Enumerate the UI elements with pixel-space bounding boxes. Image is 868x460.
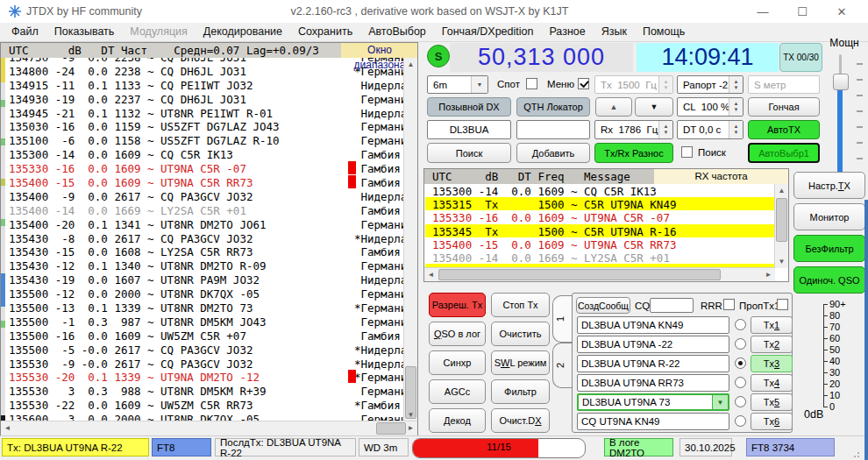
clear-button[interactable]: Очистить [491,322,550,346]
decode-row[interactable]: 135400 -9 0.0 2617 ~ CQ PA3GCV JO32 Ниде… [1,189,404,203]
decode-row[interactable]: 134945 -21 0.1 1132 ~ UT8NR PE1IWT R-01 … [1,106,404,120]
rrr-checkbox[interactable] [723,299,735,310]
decode-row[interactable]: 135400 -14 0.0 1669 ~ LY2SA C5R +01 Гамб… [1,203,404,217]
decode-row[interactable]: 135500 -1 0.3 987 ~ UT8NR DM5KM JO43 Гер… [1,315,404,329]
band-activity-vscrollbar[interactable]: ▲ ▼ [403,58,417,421]
tx-button[interactable]: Tx 4 [751,374,793,392]
tx-select-radio[interactable] [735,396,746,407]
decode-row[interactable]: 135330 -16 0.0 1609 ~ UT9NA C5R -07 Гамб… [1,161,404,175]
menu-item[interactable]: Показывать [46,23,123,41]
tx-select-radio[interactable] [735,377,746,388]
menu-item[interactable]: Сохранить [290,23,360,41]
scroll-up-icon[interactable]: ▲ [775,184,788,197]
decode-row[interactable]: 135500 -16 0.0 1609 ~ UW5ZM C5R +07 Гамб… [1,329,404,343]
tab-tx-messages-2[interactable]: 2 [552,343,573,388]
clear-dx-button[interactable]: Очист.DX [491,408,550,433]
decode-row[interactable]: 135430 -8 0.0 2617 ~ CQ PA3GCV JO32*Ниде… [1,231,404,245]
menu-item[interactable]: АвтоВыбор [360,23,434,41]
scroll-left-icon[interactable]: ◄ [1,421,14,435]
rx-decode-row[interactable]: 135315 Tx 1500 ~ C5R UT9NA KN49 [425,197,775,210]
hound-button[interactable]: Гончая [748,97,820,117]
rx-offset-spinner[interactable]: Rx 1786 Гц▲▼ [594,120,673,139]
auto-select-button[interactable]: АвтоВыбр1 [748,143,820,163]
tx-button[interactable]: Tx 6 [751,413,793,430]
rx-decode-row[interactable]: 135400 -14 0.0 1669 ~ LY2SA C5R +01 [425,251,775,264]
chevron-down-icon[interactable]: ▼ [471,76,487,93]
decode-row[interactable]: 135530 -22 0.0 1609 ~ UW5ZM C5R RR73*Гам… [1,398,404,412]
decode-button[interactable]: Декод [429,408,486,433]
single-qso-button[interactable]: Одиноч. QSO [793,266,865,294]
band-window-label[interactable]: Окно диапазона [341,43,418,58]
decode-row[interactable]: 135030 -16 0.0 1159 ~ US5ZFT DG7LAZ JO43… [1,119,404,133]
menu-item[interactable]: Язык [594,23,635,41]
scroll-thumb[interactable] [376,422,406,435]
tx-message-field[interactable]: DL3BUA UT9NA R-22 [577,355,729,372]
decode-row[interactable]: 135430 -15 0.0 1608 ~ LY2SA C5R RR73 Гам… [1,244,404,258]
rx-decode-row[interactable]: 135400 -15 0.0 1609 ~ UT9NA C5R RR73 [425,237,775,251]
no-filter-button[interactable]: БезФильтр [793,235,865,262]
report-spinner[interactable]: Рапорт -22▲▼ [677,75,743,94]
search-button[interactable]: Поиск [427,143,511,163]
rx-hscrollbar[interactable]: ◄ ► [424,267,775,281]
tx-select-radio[interactable] [735,338,746,350]
resize-grip[interactable] [850,449,859,457]
tx-button[interactable]: Tx 5 [751,393,793,411]
decode-row[interactable]: 135400 -20 0.1 1341 ~ UT8NR DM2TO JO61 Г… [1,217,404,231]
decode-row[interactable]: 135430 -19 0.0 1607 ~ UT8NR PA9M JO32 Ни… [1,272,404,287]
decode-row[interactable]: 135500 -13 0.1 1339 ~ UT8NR DM2TO 73*Гер… [1,301,404,315]
search-checkbox[interactable] [681,146,693,158]
menu-item[interactable]: Гончая/DXpedition [434,23,542,41]
tx-select-radio[interactable] [735,357,746,369]
close-icon[interactable]: ✕ [825,0,858,23]
enable-tx-button[interactable]: Разреш. Tx [429,293,486,317]
tx-message-field[interactable]: DL3BUA UT9NA KN49 [577,316,729,334]
tx-button[interactable]: Tx 1 [751,316,793,334]
stop-tx-button[interactable]: Стоп Tx [491,293,550,317]
decode-row[interactable]: 134800 -24 0.0 2238 ~ CQ DH6JL JO31*Герм… [1,64,404,78]
tx-button[interactable]: Tx 2 [751,336,793,353]
menu-item[interactable]: Помощь [635,23,693,41]
decode-row[interactable]: 135530 -20 0.1 1339 ~ UT9NA DM2TO -12*Ге… [1,370,404,384]
decode-row[interactable]: 134930 -19 0.0 2237 ~ CQ DH6JL JO31 Герм… [1,92,404,106]
cq-input[interactable] [650,298,694,313]
tune-tx-button[interactable]: Настр. TX [793,172,865,199]
rx-decode-row[interactable]: 135300 -14 0.0 1609 ~ CQ C5R IK13 [425,184,775,197]
s-status-button[interactable]: S [427,45,450,67]
spot-checkbox[interactable] [526,78,537,89]
scroll-thumb[interactable] [776,198,787,242]
chevron-down-icon[interactable]: ▼ [712,395,728,409]
decode-row[interactable]: 135500 -12 0.0 2000 ~ UT8NR DK7QX -05 Ге… [1,287,404,301]
log-qso-button[interactable]: QSO в лог [429,322,486,346]
rx-decode-row[interactable]: 135345 Tx 1500 ~ C5R UT9NA R-16 [425,224,775,237]
decode-row[interactable]: 135530 3 0.3 988 ~ UT8NR DM5KM R+39 Герм… [1,384,404,398]
scroll-down-icon[interactable]: ▼ [404,408,417,421]
tx-select-radio[interactable] [735,415,746,427]
add-button[interactable]: Добавить [516,143,590,163]
generate-messages-button[interactable]: СоздСообщ [576,297,630,314]
minimize-icon[interactable]: — [746,0,779,23]
decode-row[interactable]: 135100 -6 0.0 1158 ~ US5ZFT DG7LAZ R-10 … [1,133,404,147]
rx-vscrollbar[interactable]: ▲ ▼ [774,184,788,268]
decode-row[interactable]: 135500 -5 -0.0 2617 ~ CQ PA3GCV JO32*Нид… [1,343,404,357]
tx-message-field[interactable]: DL3BUA UT9NA -22 [577,336,729,353]
freq-down-button[interactable]: ▼ [635,97,673,117]
freq-up-button[interactable]: ▲ [595,97,632,117]
decode-row[interactable]: 135400 -15 0.0 1609 ~ UT9NA C5R RR73 Гам… [1,175,404,189]
swl-mode-button[interactable]: SWL режим [491,350,550,375]
tx-message-field[interactable]: DL3BUA UT9NA RR73 [577,374,729,392]
qth-locator-input[interactable] [516,120,590,139]
filter-button[interactable]: Фильтр [491,379,550,404]
auto-tx-button[interactable]: АвтоTX [748,120,820,139]
tx-message-field[interactable]: CQ UT9NA KN49 [577,413,729,430]
menu-item[interactable]: Декодирование [196,23,290,41]
decode-row[interactable]: 135300 -14 0.0 1609 ~ CQ C5R IK13 Гамбия [1,147,404,161]
power-slider-handle[interactable] [833,74,849,90]
agc-button[interactable]: AGCc [429,379,486,404]
cl-spinner[interactable]: CL 100 %▲▼ [677,97,743,117]
rx-decode-row[interactable]: 135330 -16 0.0 1609 ~ UT9NA C5R -07 [425,210,775,223]
dt-spinner[interactable]: DT 0,0 с▲▼ [677,120,743,139]
menu-item[interactable]: Файл [4,23,46,41]
scroll-thumb[interactable] [438,269,721,280]
menu-item[interactable]: Разное [541,23,593,41]
decode-row[interactable]: 134915 -11 0.1 1133 ~ CQ PE1IWT JO32 Нид… [1,78,404,92]
